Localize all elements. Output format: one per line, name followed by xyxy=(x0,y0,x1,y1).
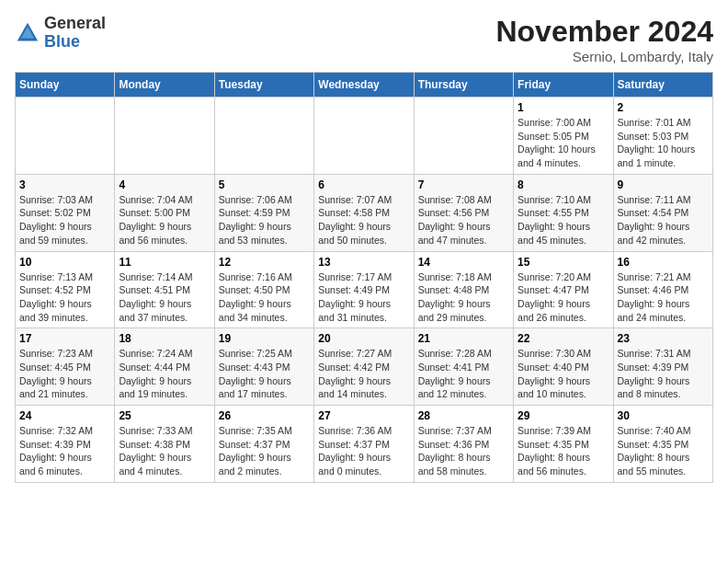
day-number: 14 xyxy=(418,256,509,269)
location-subtitle: Sernio, Lombardy, Italy xyxy=(495,49,713,64)
day-info: Sunrise: 7:28 AM Sunset: 4:41 PM Dayligh… xyxy=(418,347,509,401)
day-number: 15 xyxy=(518,256,609,269)
day-number: 2 xyxy=(618,101,709,114)
calendar-week-row: 17Sunrise: 7:23 AM Sunset: 4:45 PM Dayli… xyxy=(16,328,713,406)
calendar-day-cell: 12Sunrise: 7:16 AM Sunset: 4:50 PM Dayli… xyxy=(214,251,313,328)
calendar-day-cell: 14Sunrise: 7:18 AM Sunset: 4:48 PM Dayli… xyxy=(414,251,513,328)
calendar-day-cell: 9Sunrise: 7:11 AM Sunset: 4:54 PM Daylig… xyxy=(613,174,712,251)
day-info: Sunrise: 7:01 AM Sunset: 5:03 PM Dayligh… xyxy=(618,116,709,170)
weekday-header-cell: Tuesday xyxy=(214,73,313,98)
day-number: 9 xyxy=(618,178,709,191)
day-number: 3 xyxy=(19,178,110,191)
day-info: Sunrise: 7:39 AM Sunset: 4:35 PM Dayligh… xyxy=(518,424,609,478)
weekday-header-row: SundayMondayTuesdayWednesdayThursdayFrid… xyxy=(16,73,713,98)
weekday-header-cell: Sunday xyxy=(16,73,115,98)
day-number: 5 xyxy=(219,178,310,191)
day-number: 24 xyxy=(19,409,110,422)
calendar-day-cell: 16Sunrise: 7:21 AM Sunset: 4:46 PM Dayli… xyxy=(613,251,712,328)
calendar-week-row: 10Sunrise: 7:13 AM Sunset: 4:52 PM Dayli… xyxy=(16,251,713,328)
calendar-day-cell: 21Sunrise: 7:28 AM Sunset: 4:41 PM Dayli… xyxy=(414,328,513,406)
calendar-day-cell: 19Sunrise: 7:25 AM Sunset: 4:43 PM Dayli… xyxy=(214,328,313,406)
calendar-day-cell: 10Sunrise: 7:13 AM Sunset: 4:52 PM Dayli… xyxy=(16,251,115,328)
calendar-day-cell: 2Sunrise: 7:01 AM Sunset: 5:03 PM Daylig… xyxy=(613,98,712,175)
day-info: Sunrise: 7:20 AM Sunset: 4:47 PM Dayligh… xyxy=(518,270,609,325)
calendar-day-cell: 1Sunrise: 7:00 AM Sunset: 5:05 PM Daylig… xyxy=(514,98,613,175)
calendar-week-row: 1Sunrise: 7:00 AM Sunset: 5:05 PM Daylig… xyxy=(16,98,713,175)
day-number: 30 xyxy=(618,409,709,422)
day-info: Sunrise: 7:25 AM Sunset: 4:43 PM Dayligh… xyxy=(219,347,310,401)
day-number: 26 xyxy=(219,409,310,422)
weekday-header-cell: Saturday xyxy=(613,73,712,98)
calendar-day-cell: 29Sunrise: 7:39 AM Sunset: 4:35 PM Dayli… xyxy=(514,406,613,483)
day-number: 22 xyxy=(518,332,609,345)
day-number: 19 xyxy=(219,332,310,345)
day-number: 20 xyxy=(318,332,409,345)
day-number: 1 xyxy=(518,101,609,114)
day-number: 27 xyxy=(318,409,409,422)
calendar-day-cell: 22Sunrise: 7:30 AM Sunset: 4:40 PM Dayli… xyxy=(514,328,613,406)
day-number: 25 xyxy=(119,409,210,422)
calendar-day-cell xyxy=(314,98,414,175)
day-info: Sunrise: 7:06 AM Sunset: 4:59 PM Dayligh… xyxy=(219,193,310,247)
logo-text: General Blue xyxy=(44,15,106,52)
day-number: 16 xyxy=(618,256,709,269)
calendar-day-cell: 11Sunrise: 7:14 AM Sunset: 4:51 PM Dayli… xyxy=(115,251,214,328)
day-info: Sunrise: 7:31 AM Sunset: 4:39 PM Dayligh… xyxy=(618,347,709,401)
calendar-day-cell xyxy=(16,98,115,175)
day-info: Sunrise: 7:23 AM Sunset: 4:45 PM Dayligh… xyxy=(19,347,110,401)
calendar-day-cell: 13Sunrise: 7:17 AM Sunset: 4:49 PM Dayli… xyxy=(314,251,414,328)
calendar-day-cell xyxy=(214,98,313,175)
day-info: Sunrise: 7:03 AM Sunset: 5:02 PM Dayligh… xyxy=(19,193,110,247)
day-number: 4 xyxy=(119,178,210,191)
day-info: Sunrise: 7:30 AM Sunset: 4:40 PM Dayligh… xyxy=(518,347,609,401)
calendar-day-cell: 23Sunrise: 7:31 AM Sunset: 4:39 PM Dayli… xyxy=(613,328,712,406)
day-info: Sunrise: 7:37 AM Sunset: 4:36 PM Dayligh… xyxy=(418,424,509,478)
title-block: November 2024 Sernio, Lombardy, Italy xyxy=(495,15,713,64)
day-info: Sunrise: 7:10 AM Sunset: 4:55 PM Dayligh… xyxy=(518,193,609,247)
day-info: Sunrise: 7:07 AM Sunset: 4:58 PM Dayligh… xyxy=(318,193,409,247)
calendar-day-cell: 4Sunrise: 7:04 AM Sunset: 5:00 PM Daylig… xyxy=(115,174,214,251)
day-info: Sunrise: 7:24 AM Sunset: 4:44 PM Dayligh… xyxy=(119,347,210,401)
day-number: 12 xyxy=(219,256,310,269)
calendar-day-cell: 8Sunrise: 7:10 AM Sunset: 4:55 PM Daylig… xyxy=(514,174,613,251)
weekday-header-cell: Monday xyxy=(115,73,214,98)
day-number: 11 xyxy=(119,256,210,269)
day-info: Sunrise: 7:13 AM Sunset: 4:52 PM Dayligh… xyxy=(19,270,110,325)
calendar-day-cell: 7Sunrise: 7:08 AM Sunset: 4:56 PM Daylig… xyxy=(414,174,513,251)
day-info: Sunrise: 7:40 AM Sunset: 4:35 PM Dayligh… xyxy=(618,424,709,478)
day-info: Sunrise: 7:14 AM Sunset: 4:51 PM Dayligh… xyxy=(119,270,210,325)
day-info: Sunrise: 7:04 AM Sunset: 5:00 PM Dayligh… xyxy=(119,193,210,247)
calendar-day-cell: 3Sunrise: 7:03 AM Sunset: 5:02 PM Daylig… xyxy=(16,174,115,251)
day-number: 8 xyxy=(518,178,609,191)
day-info: Sunrise: 7:36 AM Sunset: 4:37 PM Dayligh… xyxy=(318,424,409,478)
calendar-day-cell xyxy=(414,98,513,175)
day-info: Sunrise: 7:21 AM Sunset: 4:46 PM Dayligh… xyxy=(618,270,709,325)
calendar-day-cell xyxy=(115,98,214,175)
day-number: 29 xyxy=(518,409,609,422)
weekday-header-cell: Wednesday xyxy=(314,73,414,98)
day-info: Sunrise: 7:32 AM Sunset: 4:39 PM Dayligh… xyxy=(19,424,110,478)
day-number: 28 xyxy=(418,409,509,422)
calendar-day-cell: 18Sunrise: 7:24 AM Sunset: 4:44 PM Dayli… xyxy=(115,328,214,406)
logo-icon xyxy=(15,20,40,46)
calendar-day-cell: 17Sunrise: 7:23 AM Sunset: 4:45 PM Dayli… xyxy=(16,328,115,406)
day-info: Sunrise: 7:11 AM Sunset: 4:54 PM Dayligh… xyxy=(618,193,709,247)
day-info: Sunrise: 7:33 AM Sunset: 4:38 PM Dayligh… xyxy=(119,424,210,478)
day-number: 23 xyxy=(618,332,709,345)
day-number: 10 xyxy=(19,256,110,269)
day-number: 18 xyxy=(119,332,210,345)
day-info: Sunrise: 7:08 AM Sunset: 4:56 PM Dayligh… xyxy=(418,193,509,247)
weekday-header-cell: Friday xyxy=(514,73,613,98)
logo: General Blue xyxy=(15,15,106,52)
day-info: Sunrise: 7:00 AM Sunset: 5:05 PM Dayligh… xyxy=(518,116,609,170)
calendar-day-cell: 27Sunrise: 7:36 AM Sunset: 4:37 PM Dayli… xyxy=(314,406,414,483)
calendar-day-cell: 5Sunrise: 7:06 AM Sunset: 4:59 PM Daylig… xyxy=(214,174,313,251)
calendar-day-cell: 24Sunrise: 7:32 AM Sunset: 4:39 PM Dayli… xyxy=(16,406,115,483)
calendar-day-cell: 15Sunrise: 7:20 AM Sunset: 4:47 PM Dayli… xyxy=(514,251,613,328)
calendar-day-cell: 20Sunrise: 7:27 AM Sunset: 4:42 PM Dayli… xyxy=(314,328,414,406)
calendar-week-row: 24Sunrise: 7:32 AM Sunset: 4:39 PM Dayli… xyxy=(16,406,713,483)
day-info: Sunrise: 7:27 AM Sunset: 4:42 PM Dayligh… xyxy=(318,347,409,401)
month-title: November 2024 xyxy=(495,15,713,49)
day-number: 17 xyxy=(19,332,110,345)
day-info: Sunrise: 7:35 AM Sunset: 4:37 PM Dayligh… xyxy=(219,424,310,478)
